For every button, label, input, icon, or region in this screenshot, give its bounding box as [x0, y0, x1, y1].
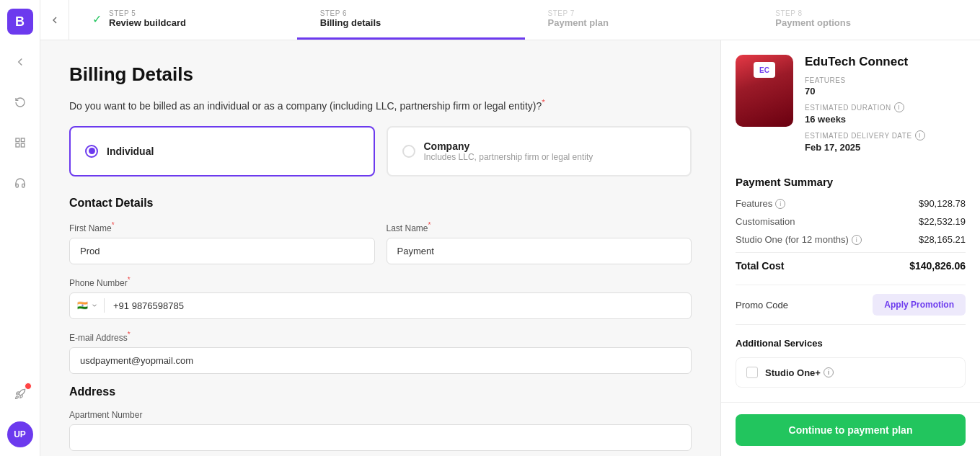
sidebar-headset-icon[interactable] — [7, 170, 33, 196]
studio-summary-value: $28,165.21 — [919, 234, 966, 245]
product-card: EC EduTech Connect FEATURES 70 ESTIMATED… — [736, 55, 966, 158]
apartment-label: Apartment Number — [69, 410, 692, 420]
last-name-field: Last Name* — [387, 221, 692, 264]
content-area: Billing Details Do you want to be billed… — [40, 40, 980, 456]
step8-number: STEP 8 — [775, 9, 851, 17]
step8-title: Payment options — [775, 17, 851, 28]
step-review-buildcard[interactable]: ✓ STEP 5 Review buildcard — [69, 0, 297, 40]
radio-inner-individual — [89, 148, 95, 154]
promo-label: Promo Code — [736, 300, 788, 310]
first-name-label: First Name* — [69, 221, 375, 233]
svg-rect-3 — [21, 143, 25, 147]
step-billing-details[interactable]: STEP 6 Billing details — [297, 0, 525, 40]
summary-features-row: Features i $90,128.78 — [736, 198, 966, 209]
studio-one-plus-card: Studio One+ i — [736, 357, 966, 388]
form-panel: Billing Details Do you want to be billed… — [40, 40, 720, 456]
studio-one-plus-name: Studio One+ i — [765, 367, 834, 378]
summary-customisation-row: Customisation $22,532.19 — [736, 216, 966, 227]
last-name-label: Last Name* — [387, 221, 692, 233]
summary-divider — [736, 252, 966, 253]
first-name-input[interactable] — [69, 238, 375, 264]
billing-individual-label: Individual — [107, 146, 154, 157]
summary-studio-row: Studio One (for 12 months) i $28,165.21 — [736, 234, 966, 245]
product-thumbnail: EC — [736, 55, 793, 127]
radio-company — [402, 145, 415, 158]
page-title: Billing Details — [69, 63, 692, 86]
delivery-info-icon[interactable]: i — [915, 130, 925, 140]
duration-label: ESTIMATED DURATION i — [805, 102, 925, 112]
promo-code-row: Promo Code Apply Promotion — [736, 285, 966, 325]
product-details: EduTech Connect FEATURES 70 ESTIMATED DU… — [805, 55, 925, 158]
phone-divider — [104, 298, 105, 313]
phone-field: Phone Number* 🇮🇳 — [69, 276, 692, 319]
customisation-summary-label: Customisation — [736, 216, 795, 227]
stepper: ✓ STEP 5 Review buildcard STEP 6 Billing… — [40, 0, 980, 40]
delivery-label: ESTIMATED DELIVERY DATE i — [805, 130, 925, 140]
last-name-input[interactable] — [387, 238, 692, 264]
total-cost-label: Total Cost — [736, 260, 784, 272]
sidebar-undo-icon[interactable] — [7, 89, 33, 115]
step-payment-plan[interactable]: STEP 7 Payment plan — [525, 0, 753, 40]
sidebar-back-icon[interactable] — [7, 49, 33, 75]
duration-info-icon[interactable]: i — [894, 102, 904, 112]
step5-number: STEP 5 — [109, 9, 186, 17]
user-avatar[interactable]: UP — [7, 421, 33, 447]
name-row: First Name* Last Name* — [69, 221, 692, 264]
radio-individual — [85, 145, 98, 158]
delivery-value: Feb 17, 2025 — [805, 142, 925, 153]
features-summary-label: Features i — [736, 198, 785, 209]
billing-card-individual[interactable]: Individual — [69, 126, 375, 176]
rocket-notification-badge — [25, 383, 32, 390]
email-row: E-mail Address* — [69, 331, 692, 374]
studio-one-plus-checkbox[interactable] — [746, 367, 758, 378]
phone-number-input[interactable] — [110, 296, 684, 316]
address-section-title: Address — [69, 385, 692, 398]
duration-value: 16 weeks — [805, 114, 925, 125]
phone-country-selector[interactable]: 🇮🇳 — [77, 300, 98, 310]
billing-company-subtitle: Includes LLC, partnership firm or legal … — [424, 152, 593, 162]
continue-button[interactable]: Continue to payment plan — [736, 414, 966, 446]
features-value: 70 — [805, 86, 925, 97]
back-button[interactable] — [40, 0, 69, 40]
additional-services-title: Additional Services — [736, 338, 966, 349]
billing-question: Do you want to be billed as an individua… — [69, 97, 692, 112]
first-name-field: First Name* — [69, 221, 375, 264]
step6-number: STEP 6 — [320, 9, 381, 17]
billing-type-row: Individual Company Includes LLC, partner… — [69, 126, 692, 176]
studio-summary-label: Studio One (for 12 months) i — [736, 234, 862, 245]
product-name: EduTech Connect — [805, 55, 925, 69]
payment-summary-title: Payment Summary — [736, 176, 966, 188]
step-payment-options[interactable]: STEP 8 Payment options — [752, 0, 980, 40]
apply-promotion-button[interactable]: Apply Promotion — [873, 294, 966, 316]
apartment-row: Apartment Number — [69, 410, 692, 451]
product-thumbnail-bg: EC — [736, 55, 793, 127]
features-info-icon[interactable]: i — [775, 199, 785, 209]
step7-title: Payment plan — [548, 17, 609, 28]
customisation-summary-value: $22,532.19 — [919, 216, 966, 227]
total-cost-row: Total Cost $140,826.06 — [736, 260, 966, 272]
apartment-input[interactable] — [69, 424, 692, 451]
logo[interactable]: B — [7, 9, 33, 35]
phone-flag-emoji: 🇮🇳 — [77, 300, 88, 310]
studio-one-plus-info-icon[interactable]: i — [824, 367, 834, 377]
features-summary-value: $90,128.78 — [919, 198, 966, 209]
studio-info-icon[interactable]: i — [852, 235, 862, 245]
cta-wrapper: Continue to payment plan — [721, 402, 980, 456]
sidebar-rocket-icon[interactable] — [7, 381, 33, 407]
step6-title: Billing details — [320, 17, 381, 28]
email-input[interactable] — [69, 347, 692, 374]
email-label: E-mail Address* — [69, 331, 692, 343]
apartment-field: Apartment Number — [69, 410, 692, 451]
svg-rect-2 — [16, 143, 19, 147]
billing-card-company[interactable]: Company Includes LLC, partnership firm o… — [387, 126, 692, 176]
sidebar-grid-icon[interactable] — [7, 130, 33, 156]
step5-title: Review buildcard — [109, 17, 186, 28]
right-panel-inner: EC EduTech Connect FEATURES 70 ESTIMATED… — [721, 40, 980, 402]
phone-input-wrapper: 🇮🇳 — [69, 292, 692, 319]
phone-label: Phone Number* — [69, 276, 692, 288]
email-field: E-mail Address* — [69, 331, 692, 374]
step-check-icon: ✓ — [92, 12, 102, 26]
product-icon-badge: EC — [754, 62, 775, 78]
step7-number: STEP 7 — [548, 9, 609, 17]
svg-rect-0 — [16, 138, 19, 142]
